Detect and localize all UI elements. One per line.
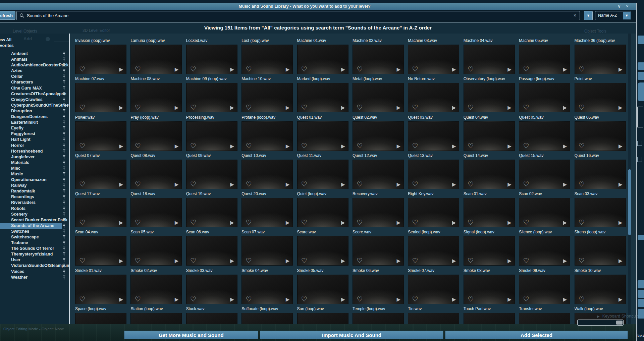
sidebar-category-item[interactable]: Eyefly <box>0 125 69 131</box>
sound-thumbnail[interactable]: ♡ ▶ <box>75 198 126 227</box>
sidebar-category-item[interactable]: Disruption <box>0 108 69 114</box>
sound-tile[interactable]: Machine 05.wav ♡ ▶ <box>519 38 570 76</box>
favorite-heart-icon[interactable]: ♡ <box>357 257 363 264</box>
sound-thumbnail[interactable]: ♡ ▶ <box>130 198 182 227</box>
sound-tile[interactable]: Smoke 08.wav ♡ ▶ <box>464 268 515 306</box>
clear-search-icon[interactable]: × <box>574 13 576 18</box>
pin-icon[interactable] <box>62 57 66 62</box>
play-icon[interactable]: ▶ <box>396 67 400 72</box>
favorite-heart-icon[interactable]: ♡ <box>357 66 363 72</box>
sidebar-category-item[interactable]: Secret Bunker Booster Pack <box>0 217 69 223</box>
sound-tile[interactable]: Space (loop).wav ♡ ▶ <box>75 306 126 324</box>
play-icon[interactable]: ▶ <box>452 258 456 263</box>
play-icon[interactable]: ▶ <box>286 182 290 187</box>
sidebar-category-item[interactable]: Cine Guru MAX <box>0 86 69 91</box>
pin-icon[interactable] <box>62 161 66 165</box>
pin-icon[interactable] <box>62 98 66 102</box>
favorite-heart-icon[interactable]: ♡ <box>468 66 474 72</box>
favorite-heart-icon[interactable]: ♡ <box>579 219 585 226</box>
favorite-heart-icon[interactable]: ♡ <box>135 296 141 302</box>
play-icon[interactable]: ▶ <box>619 182 623 187</box>
sidebar-category-item[interactable]: Half Light <box>0 137 69 143</box>
sidebar-category-item[interactable]: Misc <box>0 166 69 171</box>
pin-icon[interactable] <box>62 86 66 91</box>
pin-icon[interactable] <box>62 189 66 194</box>
sidebar-category-item[interactable]: Teabone <box>0 240 69 246</box>
pin-icon[interactable] <box>62 92 66 97</box>
sound-thumbnail[interactable]: ♡ ▶ <box>297 83 348 112</box>
favorite-heart-icon[interactable]: ♡ <box>190 296 196 302</box>
sidebar-category-item[interactable]: AudioAmbienceBoosterPack <box>0 62 69 68</box>
sound-thumbnail[interactable]: ♡ ▶ <box>186 275 237 304</box>
sound-thumbnail[interactable]: ♡ ▶ <box>519 160 570 189</box>
favorite-heart-icon[interactable]: ♡ <box>190 104 196 111</box>
sound-thumbnail[interactable]: ♡ ▶ <box>130 45 182 74</box>
pin-icon[interactable] <box>62 229 66 234</box>
play-icon[interactable]: ▶ <box>563 67 567 72</box>
pin-icon[interactable] <box>62 195 66 200</box>
play-icon[interactable]: ▶ <box>452 297 456 302</box>
sound-tile[interactable]: Sun (loop).wav ♡ ▶ <box>297 306 348 324</box>
favorite-heart-icon[interactable]: ♡ <box>246 66 252 72</box>
play-icon[interactable]: ▶ <box>230 105 234 110</box>
sidebar-category-item[interactable]: Riverraiders <box>0 200 69 206</box>
sound-thumbnail[interactable]: ♡ ▶ <box>353 313 404 324</box>
favorite-heart-icon[interactable]: ♡ <box>135 66 141 72</box>
pin-icon[interactable] <box>62 155 66 160</box>
sound-thumbnail[interactable]: ♡ ▶ <box>241 275 293 304</box>
sound-thumbnail[interactable]: ♡ ▶ <box>575 198 626 227</box>
sound-thumbnail[interactable]: ♡ ▶ <box>575 121 626 151</box>
play-icon[interactable]: ▶ <box>175 105 179 110</box>
sound-thumbnail[interactable]: ♡ ▶ <box>75 121 126 151</box>
sound-thumbnail[interactable]: ♡ ▶ <box>75 45 126 74</box>
play-icon[interactable]: ▶ <box>563 144 567 149</box>
sound-thumbnail[interactable]: ♡ ▶ <box>130 236 182 266</box>
favorite-heart-icon[interactable]: ♡ <box>579 104 585 111</box>
sidebar-category-item[interactable]: Characters <box>0 79 69 85</box>
play-icon[interactable]: ▶ <box>563 258 567 263</box>
search-input[interactable]: Sounds of the Arcane × <box>16 11 580 20</box>
sidebar-category-item[interactable]: User <box>0 257 69 263</box>
pin-icon[interactable] <box>62 74 66 79</box>
sidebar-category-item[interactable]: EasterMiniKit <box>0 120 69 125</box>
sidebar-category-item[interactable]: Junglefever <box>0 154 69 160</box>
pin-icon[interactable] <box>62 172 66 177</box>
sound-tile[interactable]: Touch Pad.wav ♡ ▶ <box>464 306 515 324</box>
sound-thumbnail[interactable]: ♡ ▶ <box>241 198 293 227</box>
sound-thumbnail[interactable]: ♡ ▶ <box>519 83 570 112</box>
play-icon[interactable]: ▶ <box>341 182 345 187</box>
sound-thumbnail[interactable]: ♡ ▶ <box>575 236 626 266</box>
pin-icon[interactable] <box>62 132 66 136</box>
sound-thumbnail[interactable]: ♡ ▶ <box>353 236 404 266</box>
favorite-heart-icon[interactable]: ♡ <box>357 219 363 226</box>
sound-tile[interactable]: Invasion (loop).wav ♡ ▶ <box>75 38 126 76</box>
sound-tile[interactable]: Machine 08.wav ♡ ▶ <box>130 76 182 115</box>
sound-tile[interactable]: Smoke 10.wav ♡ ▶ <box>575 268 626 306</box>
collapse-icon[interactable]: ∨ <box>616 3 623 9</box>
sound-tile[interactable]: Metal (loop).wav ♡ ▶ <box>353 76 404 115</box>
play-icon[interactable]: ▶ <box>175 67 179 72</box>
play-icon[interactable]: ▶ <box>619 258 623 263</box>
play-icon[interactable]: ▶ <box>230 220 234 225</box>
sound-tile[interactable]: Machine 02.wav ♡ ▶ <box>353 38 404 76</box>
play-icon[interactable]: ▶ <box>341 220 345 225</box>
play-icon[interactable]: ▶ <box>452 220 456 225</box>
sidebar-category-item[interactable]: Recordings <box>0 194 69 200</box>
favorite-heart-icon[interactable]: ♡ <box>135 181 141 187</box>
sound-tile[interactable]: Recovery.wav ♡ ▶ <box>353 191 404 230</box>
favorite-heart-icon[interactable]: ♡ <box>135 257 141 264</box>
favorite-heart-icon[interactable]: ♡ <box>357 104 363 111</box>
play-icon[interactable]: ▶ <box>563 220 567 225</box>
play-icon[interactable]: ▶ <box>286 258 290 263</box>
play-icon[interactable]: ▶ <box>619 220 623 225</box>
sound-tile[interactable]: Smoke 03.wav ♡ ▶ <box>186 268 237 306</box>
sidebar-category-item[interactable]: Horseshoebend <box>0 149 69 154</box>
favorite-heart-icon[interactable]: ♡ <box>190 219 196 226</box>
pin-icon[interactable] <box>62 241 66 245</box>
play-icon[interactable]: ▶ <box>286 297 290 302</box>
favorite-heart-icon[interactable]: ♡ <box>468 219 474 226</box>
play-icon[interactable]: ▶ <box>119 182 123 187</box>
sound-tile[interactable]: Quest 18.wav ♡ ▶ <box>130 191 182 230</box>
sidebar-category-item[interactable]: Ambient <box>0 51 69 57</box>
favorite-heart-icon[interactable]: ♡ <box>523 219 529 226</box>
